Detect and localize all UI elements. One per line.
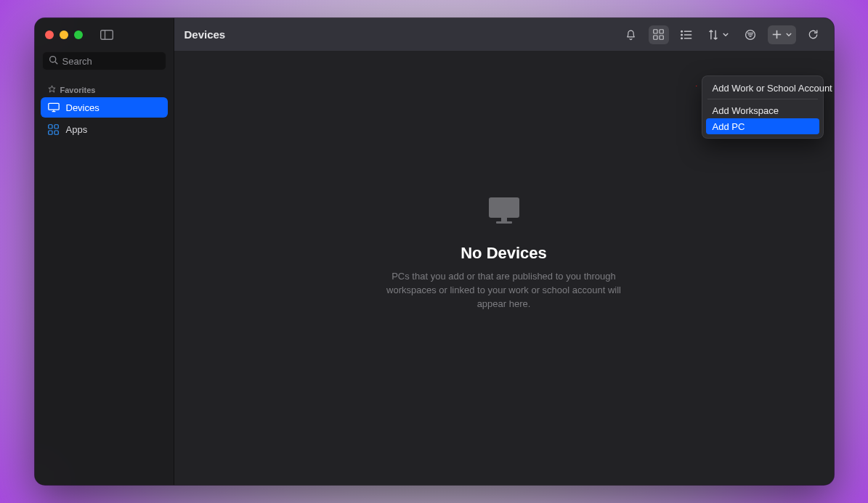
filter-button[interactable] bbox=[740, 25, 760, 44]
add-button[interactable] bbox=[768, 25, 796, 44]
annotation-arrow bbox=[638, 85, 703, 86]
svg-rect-30 bbox=[496, 221, 512, 224]
sidebar-section-label: Favorites bbox=[60, 86, 96, 94]
toggle-sidebar-button[interactable] bbox=[99, 29, 115, 41]
svg-point-2 bbox=[49, 57, 55, 62]
add-menu: Add Work or School Account Add Workspace… bbox=[702, 75, 824, 139]
minimize-window-button[interactable] bbox=[60, 30, 68, 39]
menu-item-label: Add Workspace bbox=[713, 105, 779, 116]
svg-rect-8 bbox=[49, 124, 52, 128]
close-window-button[interactable] bbox=[45, 30, 54, 39]
menu-separator bbox=[707, 99, 818, 99]
search-icon bbox=[49, 55, 58, 67]
svg-rect-29 bbox=[501, 218, 507, 221]
filter-lines-icon bbox=[745, 29, 756, 41]
svg-rect-5 bbox=[48, 103, 58, 110]
sidebar-section-favorites: Favorites bbox=[35, 78, 174, 97]
svg-rect-10 bbox=[49, 131, 52, 134]
menu-item-label: Add Work or School Account bbox=[713, 83, 832, 94]
refresh-button[interactable] bbox=[803, 25, 824, 44]
zoom-window-button[interactable] bbox=[74, 30, 83, 39]
traffic-lights bbox=[45, 30, 83, 39]
svg-rect-15 bbox=[660, 36, 663, 39]
sort-icon bbox=[708, 29, 718, 41]
empty-subtitle: PCs that you add or that are published t… bbox=[373, 270, 635, 311]
bell-icon bbox=[625, 29, 636, 41]
menu-item-add-pc[interactable]: Add PC bbox=[706, 118, 819, 134]
monitor-large-icon bbox=[486, 196, 522, 229]
titlebar bbox=[35, 18, 174, 52]
menu-item-add-work-school-account[interactable]: Add Work or School Account bbox=[706, 80, 819, 96]
svg-rect-12 bbox=[654, 30, 657, 33]
menu-item-add-workspace[interactable]: Add Workspace bbox=[706, 102, 819, 118]
sidebar-item-label: Devices bbox=[66, 102, 100, 113]
menu-item-label: Add PC bbox=[713, 121, 745, 132]
chevron-down-icon bbox=[786, 33, 792, 37]
grid-icon bbox=[653, 29, 664, 40]
empty-title: No Devices bbox=[461, 244, 547, 263]
sort-button[interactable] bbox=[704, 25, 733, 44]
apps-icon bbox=[48, 124, 60, 135]
svg-rect-9 bbox=[54, 124, 58, 128]
toolbar: Devices bbox=[174, 18, 834, 52]
svg-marker-4 bbox=[48, 86, 54, 92]
chevron-down-icon bbox=[723, 33, 729, 37]
monitor-icon bbox=[48, 102, 60, 113]
star-icon bbox=[48, 85, 56, 94]
svg-point-21 bbox=[681, 38, 682, 39]
main-pane: Devices bbox=[174, 18, 834, 485]
svg-marker-32 bbox=[696, 86, 703, 86]
svg-rect-13 bbox=[660, 30, 663, 33]
plus-icon bbox=[772, 30, 782, 39]
search-input[interactable] bbox=[62, 56, 184, 67]
svg-rect-0 bbox=[100, 30, 113, 40]
svg-rect-11 bbox=[54, 131, 58, 134]
sidebar: Favorites Devices bbox=[35, 18, 174, 485]
notifications-button[interactable] bbox=[621, 25, 641, 44]
list-icon bbox=[681, 30, 692, 40]
svg-point-19 bbox=[681, 30, 682, 32]
search-field[interactable] bbox=[42, 52, 166, 70]
page-title: Devices bbox=[184, 28, 226, 41]
list-view-button[interactable] bbox=[676, 25, 697, 44]
svg-rect-14 bbox=[654, 36, 657, 39]
sidebar-item-devices[interactable]: Devices bbox=[41, 97, 168, 118]
svg-rect-28 bbox=[489, 197, 519, 218]
refresh-icon bbox=[808, 29, 819, 40]
sidebar-item-apps[interactable]: Apps bbox=[41, 119, 168, 139]
sidebar-item-label: Apps bbox=[66, 124, 88, 135]
svg-line-3 bbox=[54, 62, 57, 64]
grid-view-button[interactable] bbox=[649, 25, 669, 44]
app-window: Favorites Devices bbox=[35, 18, 834, 485]
svg-point-20 bbox=[681, 34, 682, 36]
